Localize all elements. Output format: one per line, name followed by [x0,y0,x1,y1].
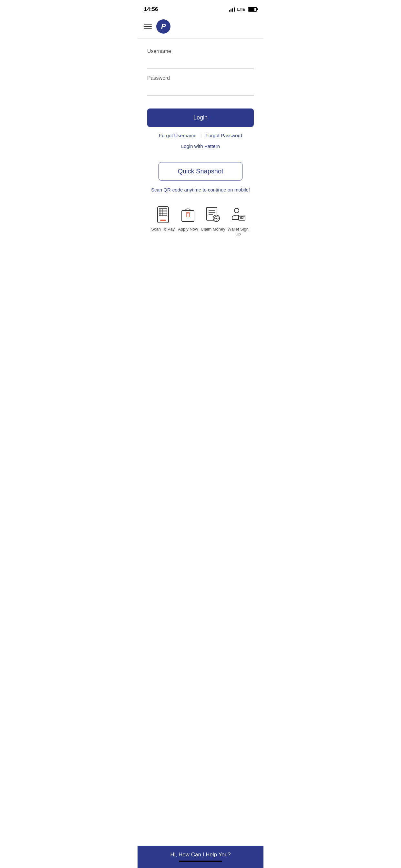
scan-to-pay-icon [154,206,173,224]
forgot-password-link[interactable]: Forgot Password [206,133,242,138]
hamburger-line [144,24,152,25]
svg-text:P: P [161,22,166,30]
apply-now-label: Apply Now [178,227,198,231]
svg-rect-3 [159,209,167,216]
scan-to-pay-item[interactable]: Scan To Pay [150,206,176,231]
svg-rect-10 [160,220,166,221]
password-field-group: Password [147,75,254,96]
login-button[interactable]: Login [147,108,254,127]
battery-icon [248,7,257,11]
app-logo: P [156,20,171,34]
links-divider: | [201,133,202,138]
action-grid: Scan To Pay Apply Now [147,206,254,237]
apply-now-item[interactable]: Apply Now [176,206,201,231]
login-with-pattern-link[interactable]: Login with Pattern [147,144,254,149]
qr-scan-text: Scan QR-code anytime to continue on mobi… [147,187,254,192]
svg-text:★: ★ [215,217,218,220]
claim-money-label: Claim Money [201,227,225,231]
apply-now-icon [179,206,197,224]
header: P [137,16,264,39]
username-input[interactable] [147,58,254,69]
password-input[interactable] [147,84,254,96]
pattern-link-text: Login with Pattern [181,144,220,149]
main-content: Username Password Login Forgot Username … [137,39,264,256]
username-label: Username [147,49,254,54]
svg-point-13 [188,213,189,214]
claim-money-icon: ★ [204,206,222,224]
username-field-group: Username [147,49,254,69]
claim-money-item[interactable]: ★ Claim Money [201,206,226,231]
hamburger-line [144,26,152,27]
scan-to-pay-label: Scan To Pay [151,227,175,231]
status-bar: 14:56 LTE [137,0,264,16]
forgot-username-link[interactable]: Forgot Username [159,133,197,138]
logo-svg: P [158,21,169,32]
password-label: Password [147,75,254,81]
quick-snapshot-button[interactable]: Quick Snapshot [158,162,243,181]
wallet-sign-up-icon [228,206,247,224]
hamburger-menu-button[interactable] [144,24,152,29]
svg-point-25 [242,217,243,218]
status-time: 14:56 [144,6,158,12]
wallet-sign-up-item[interactable]: Wallet Sign Up [226,206,251,237]
hamburger-line [144,28,152,29]
wallet-sign-up-label: Wallet Sign Up [226,227,251,237]
status-icons: LTE [229,7,257,12]
network-type: LTE [237,7,245,12]
svg-point-22 [235,208,239,213]
forgot-links-row: Forgot Username | Forgot Password [147,133,254,138]
signal-bars-icon [229,7,235,11]
